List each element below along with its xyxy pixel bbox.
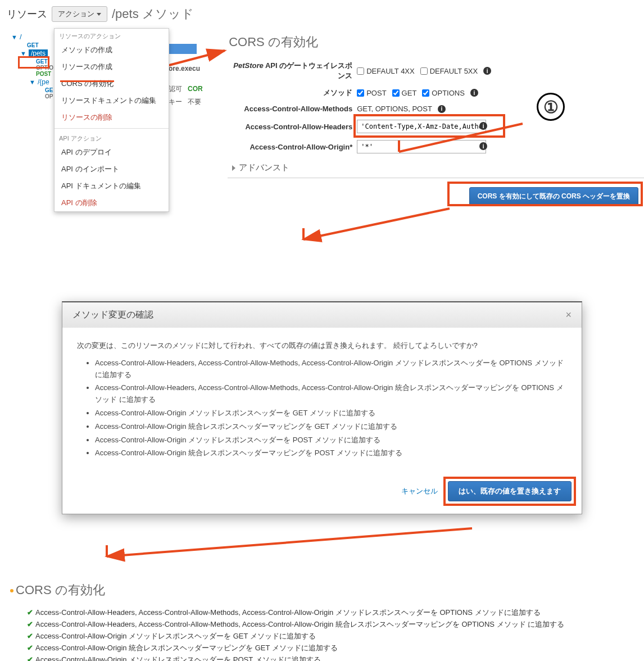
method-post-checkbox[interactable]: POST [357,89,386,97]
default-4xx-label: DEFAULT 4XX [366,67,415,75]
allow-methods-value: GET, OPTIONS, POST [357,105,432,113]
cors-title: CORS の有効化 [229,34,644,51]
dd-enable-cors[interactable]: CORS の有効化 [55,75,169,92]
method-get-label: GET [402,89,417,97]
dd-delete-resource[interactable]: リソースの削除 [55,109,169,126]
caret-right-icon [232,165,235,171]
check-icon: ✔ [27,608,33,617]
bg-fragment: ore.execu [169,65,200,73]
list-item: Access-Control-Allow-Headers, Access-Con… [95,357,567,381]
info-icon[interactable]: i [438,105,446,113]
tree-toggle-icon[interactable]: ▼ [11,34,17,40]
dd-edit-resource-doc[interactable]: リソースドキュメントの編集 [55,92,169,109]
annotation-highlight-confirm [443,477,576,506]
bg-fragment [169,44,197,56]
actions-label: アクション [58,9,94,19]
list-item: ✔Access-Control-Allow-Origin メソッドレスポンスヘッ… [27,631,636,641]
method-options-checkbox[interactable]: OPTIONS [422,89,465,97]
list-item: ✔Access-Control-Allow-Origin 統合レスポンスヘッダー… [27,643,636,653]
list-item: Access-Control-Allow-Origin 統合レスポンスヘッダーマ… [95,447,567,459]
default-5xx-checkbox[interactable]: DEFAULT 5XX [420,67,478,75]
checkbox-post[interactable] [357,89,364,97]
method-post-label: POST [366,89,386,97]
check-icon: ✔ [27,632,33,640]
tree-root[interactable]: / [20,33,22,41]
dd-create-resource[interactable]: リソースの作成 [55,58,169,75]
advanced-label: アドバンスト [239,162,289,173]
list-item: ✔Access-Control-Allow-Origin メソッドレスポンスヘッ… [27,655,636,661]
checkbox-5xx[interactable] [420,67,428,75]
checkbox-get[interactable] [392,89,400,97]
dd-delete-api[interactable]: API の削除 [55,194,169,211]
check-icon: ✔ [27,620,33,628]
allow-origin-label: Access-Control-Allow-Origin* [228,143,357,151]
resources-label: リソース [7,7,47,21]
tree-petid[interactable]: /{pe [38,78,49,86]
default-5xx-label: DEFAULT 5XX [430,67,478,75]
svg-line-3 [303,209,450,239]
list-item: Access-Control-Allow-Origin メソッドレスポンスヘッダ… [95,434,567,446]
list-item: ✔Access-Control-Allow-Headers, Access-Co… [27,619,636,630]
confirm-modal: メソッド変更の確認 × 次の変更は、このリソースのメソッドに対して行われ、すべて… [62,301,582,514]
dd-create-method[interactable]: メソッドの作成 [55,42,169,58]
cancel-button[interactable]: キャンセル [401,486,438,496]
checkbox-options[interactable] [422,89,429,97]
allow-headers-input[interactable] [357,120,486,133]
allow-origin-input[interactable] [357,140,486,153]
dd-import-api[interactable]: API のインポート [55,161,169,178]
dd-edit-api-doc[interactable]: API ドキュメントの編集 [55,178,169,194]
result-list: ✔Access-Control-Allow-Headers, Access-Co… [10,608,636,661]
page-title: /pets メソッド [112,6,194,22]
advanced-toggle[interactable]: アドバンスト [232,162,644,173]
dropdown-section-resource: リソースのアクション [55,29,169,42]
info-icon[interactable]: i [470,89,478,97]
tree-toggle-icon[interactable]: ▼ [29,79,35,85]
annotation-arrow [287,206,455,251]
modal-title: メソッド変更の確認 [72,309,153,321]
list-item: Access-Control-Allow-Origin 統合レスポンスヘッダーマ… [95,421,567,433]
checkbox-4xx[interactable] [357,67,364,75]
modal-lead-text: 次の変更は、このリソースのメソッドに対して行われ、すべての既存の値は置き換えられ… [77,340,567,352]
gateway-response-label: PetStore API のゲートウェイレスポンス [228,61,357,81]
method-get-checkbox[interactable]: GET [392,89,417,97]
annotation-circle-1: ① [537,93,565,121]
list-item: ✔Access-Control-Allow-Headers, Access-Co… [27,608,636,618]
allow-headers-label: Access-Control-Allow-Headers [228,123,357,131]
modal-change-list: Access-Control-Allow-Headers, Access-Con… [95,357,567,459]
caret-down-icon [97,13,101,16]
annotation-arrow [90,526,483,565]
dropdown-section-api: API アクション [55,131,169,144]
list-item: Access-Control-Allow-Origin メソッドレスポンスヘッダ… [95,408,567,419]
allow-methods-label: Access-Control-Allow-Methods [228,105,357,113]
method-label: メソッド [228,88,357,98]
annotation-highlight-pets [18,56,49,69]
actions-dropdown-button[interactable]: アクション [52,6,107,22]
close-icon[interactable]: × [565,309,572,321]
check-icon: ✔ [27,655,33,661]
dd-deploy-api[interactable]: API のデプロイ [55,144,169,161]
bullet-icon [10,589,13,592]
list-item: Access-Control-Allow-Headers, Access-Con… [95,382,567,406]
actions-dropdown-menu: リソースのアクション メソッドの作成 リソースの作成 CORS の有効化 リソー… [54,28,169,212]
method-options-label: OPTIONS [432,89,465,97]
bg-fragment: キー 不要 [169,97,201,107]
bg-fragment: 認可 COR [169,84,203,94]
divider [55,128,169,129]
annotation-underline-cors [60,80,114,82]
result-title: CORS の有効化 [10,582,636,599]
annotation-highlight-apply [447,182,643,206]
default-4xx-checkbox[interactable]: DEFAULT 4XX [357,67,415,75]
info-icon[interactable]: i [483,67,491,75]
check-icon: ✔ [27,644,33,652]
svg-line-5 [107,528,472,556]
